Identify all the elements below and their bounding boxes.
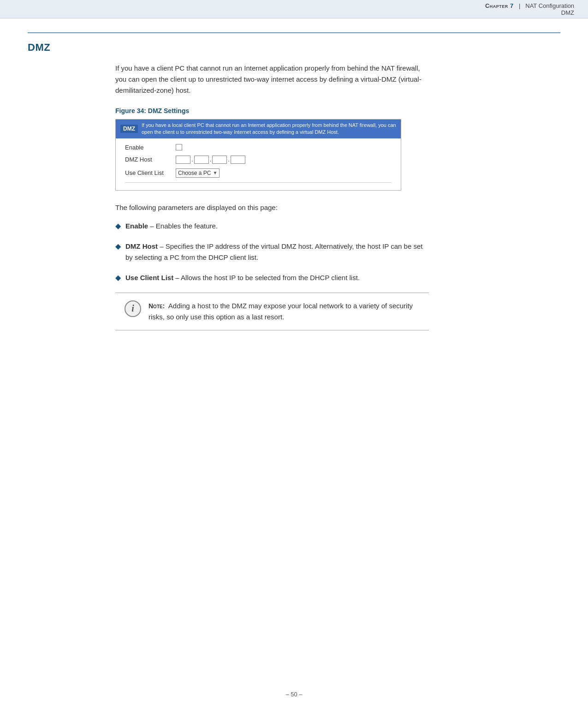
bullet-item-clientlist: ◆ Use Client List – Allows the host IP t… <box>115 272 429 283</box>
top-rule <box>28 32 560 33</box>
bullet-diamond-dmzhost: ◆ <box>115 242 121 251</box>
dmz-client-list-label: Use Client List <box>125 169 176 176</box>
intro-text: If you have a client PC that cannot run … <box>115 63 429 96</box>
bullet-text-enable: Enable – Enables the feature. <box>125 221 218 232</box>
dmz-header-tag: DMZ <box>120 125 138 133</box>
chapter-number: 7 <box>510 2 514 9</box>
dmz-enable-row: Enable <box>125 144 392 151</box>
dmz-select-value: Choose a PC <box>178 170 211 176</box>
dmz-screenshot-body: Enable DMZ Host . . . <box>116 138 401 190</box>
dmz-ip-box-2[interactable] <box>194 156 209 164</box>
dmz-enable-checkbox[interactable] <box>176 144 182 150</box>
dmz-header-text: If you have a local client PC that canno… <box>142 122 396 136</box>
chapter-title: NAT Configuration <box>525 2 574 9</box>
note-label: Note: <box>148 302 165 310</box>
header-separator: | <box>516 2 524 9</box>
bullet-text-clientlist: Use Client List – Allows the host IP to … <box>125 272 360 283</box>
page-number: – 50 – <box>285 691 302 698</box>
note-content: Adding a host to the DMZ may expose your… <box>148 302 413 321</box>
bullet-term-dmzhost: DMZ Host <box>125 242 158 250</box>
bullet-term-clientlist: Use Client List <box>125 274 173 282</box>
bullet-diamond-clientlist: ◆ <box>115 273 121 282</box>
info-icon: i <box>125 300 141 317</box>
bullet-item-enable: ◆ Enable – Enables the feature. <box>115 221 429 232</box>
note-box: i Note: Adding a host to the DMZ may exp… <box>115 293 429 330</box>
figure-caption: Figure 34: DMZ Settings <box>115 107 560 114</box>
bullet-desc-dmzhost: – Specifies the IP address of the virtua… <box>125 242 422 261</box>
dmz-host-row: DMZ Host . . . <box>125 156 392 164</box>
dmz-ip-box-1[interactable] <box>176 156 190 164</box>
dmz-ip-inputs: . . . <box>176 156 245 164</box>
header-subtitle: DMZ <box>561 9 574 16</box>
page-footer: – 50 – <box>0 691 588 698</box>
bullet-desc-clientlist: – Allows the host IP to be selected from… <box>175 274 360 282</box>
page-header: Chapter 7 | NAT Configuration DMZ <box>0 0 588 18</box>
parameters-intro: The following parameters are displayed o… <box>115 204 560 211</box>
bullet-list: ◆ Enable – Enables the feature. ◆ DMZ Ho… <box>115 221 560 283</box>
dmz-ip-box-4[interactable] <box>231 156 245 164</box>
dmz-enable-label: Enable <box>125 144 176 151</box>
dmz-divider <box>125 182 392 183</box>
bullet-text-dmzhost: DMZ Host – Specifies the IP address of t… <box>125 241 429 263</box>
page-content: DMZ If you have a client PC that cannot … <box>0 18 588 358</box>
bullet-diamond-enable: ◆ <box>115 222 121 230</box>
bullet-desc-enable: – Enables the feature. <box>150 222 218 230</box>
dmz-screenshot-header: DMZ If you have a local client PC that c… <box>116 120 401 138</box>
bullet-item-dmzhost: ◆ DMZ Host – Specifies the IP address of… <box>115 241 429 263</box>
dmz-select-arrow-icon: ▼ <box>213 170 217 175</box>
dmz-client-list-row: Use Client List Choose a PC ▼ <box>125 168 392 178</box>
dmz-screenshot: DMZ If you have a local client PC that c… <box>115 119 401 191</box>
main-content: If you have a client PC that cannot run … <box>115 63 560 330</box>
note-text: Note: Adding a host to the DMZ may expos… <box>148 300 420 323</box>
chapter-word: Chapter <box>485 2 508 9</box>
dmz-host-label: DMZ Host <box>125 156 176 163</box>
chapter-label: Chapter 7 <box>485 2 516 9</box>
header-right: Chapter 7 | NAT Configuration DMZ <box>485 2 574 16</box>
dmz-ip-box-3[interactable] <box>212 156 227 164</box>
dmz-client-list-select[interactable]: Choose a PC ▼ <box>176 168 220 178</box>
bullet-term-enable: Enable <box>125 222 148 230</box>
section-title: DMZ <box>28 42 560 54</box>
